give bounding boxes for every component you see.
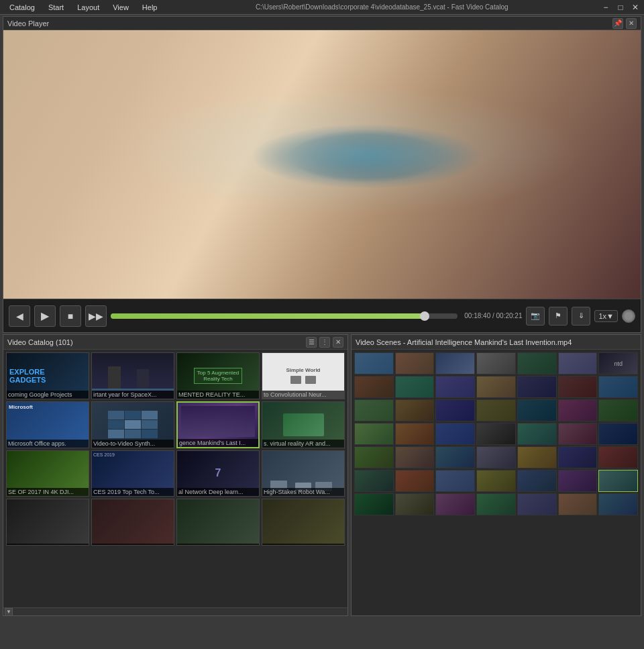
catalog-item[interactable]	[6, 499, 89, 546]
maximize-button[interactable]: □	[614, 1, 627, 13]
catalog-item-selected[interactable]: gence Mankind's Last I...	[176, 401, 260, 448]
scene-thumb[interactable]	[354, 399, 394, 421]
scene-thumb[interactable]	[476, 399, 516, 421]
volume-knob[interactable]	[622, 309, 635, 323]
bottom-panels: Video Catalog (101) ☰ ⋮ ✕ EXPLOREGADGETS…	[3, 334, 641, 616]
scene-thumb[interactable]	[395, 470, 435, 492]
catalog-item[interactable]: CES 2019 CES 2019 Top Tech To...	[91, 450, 174, 497]
scene-thumb[interactable]	[476, 423, 516, 445]
scene-thumb[interactable]	[435, 352, 475, 375]
scene-thumb[interactable]	[558, 423, 598, 445]
catalog-titlebar: Video Catalog (101) ☰ ⋮ ✕	[3, 335, 347, 350]
scene-thumb[interactable]	[395, 446, 435, 468]
menu-help[interactable]: Help	[136, 2, 164, 13]
scene-thumb[interactable]	[476, 352, 516, 375]
scene-thumb[interactable]: ntd	[598, 352, 638, 375]
catalog-item[interactable]: Video-to-Video Synth...	[91, 401, 174, 448]
catalog-item-label: gence Mankind's Last I...	[178, 439, 258, 447]
catalog-item[interactable]: EXPLOREGADGETS coming Google Projects	[6, 352, 89, 399]
cursor-button[interactable]: ⇓	[572, 307, 590, 326]
scenes-grid-container[interactable]: ntd	[352, 350, 641, 615]
scene-thumb[interactable]	[435, 376, 475, 398]
scene-thumb[interactable]	[395, 352, 435, 375]
scene-thumb[interactable]	[395, 376, 435, 398]
scene-thumb[interactable]	[517, 399, 557, 421]
catalog-scrollbar: ▼	[3, 607, 347, 615]
scene-thumb[interactable]	[558, 376, 598, 398]
scene-thumb[interactable]	[354, 352, 394, 375]
scene-thumb[interactable]	[354, 493, 394, 515]
scene-thumb[interactable]	[517, 493, 557, 515]
scene-thumb[interactable]	[435, 423, 475, 445]
seek-bar[interactable]	[111, 313, 458, 319]
catalog-item[interactable]: s. virtual reality AR and...	[262, 401, 345, 448]
catalog-item-label: High-Stakes Robot Wa...	[262, 488, 344, 496]
seek-bar-container	[111, 313, 458, 319]
scene-thumb[interactable]	[435, 399, 475, 421]
scene-thumb[interactable]	[558, 352, 598, 375]
scene-thumb[interactable]	[395, 493, 435, 515]
scene-thumb[interactable]	[435, 470, 475, 492]
scene-thumb[interactable]	[354, 470, 394, 492]
menu-layout[interactable]: Layout	[70, 2, 106, 13]
play-button[interactable]: ▶	[34, 305, 56, 327]
scroll-down-button[interactable]: ▼	[5, 608, 13, 616]
video-frame	[3, 30, 641, 299]
stop-button[interactable]: ■	[60, 305, 81, 327]
menu-catalog[interactable]: Catalog	[3, 2, 42, 13]
scene-thumb[interactable]	[558, 470, 598, 492]
forward-button[interactable]: ▶▶	[85, 305, 107, 327]
catalog-grid-container[interactable]: EXPLOREGADGETS coming Google Projects ir…	[3, 350, 347, 607]
scene-thumb[interactable]	[517, 423, 557, 445]
scene-thumb[interactable]	[517, 376, 557, 398]
minimize-button[interactable]: −	[600, 1, 612, 13]
scene-thumb[interactable]	[517, 446, 557, 468]
catalog-item[interactable]	[262, 499, 345, 546]
catalog-item[interactable]	[91, 499, 174, 546]
catalog-item[interactable]: High-Stakes Robot Wa...	[262, 450, 345, 497]
scene-thumb[interactable]	[476, 376, 516, 398]
scene-thumb[interactable]	[598, 493, 638, 515]
scene-thumb[interactable]	[476, 493, 516, 515]
player-pin-button[interactable]: 📌	[612, 18, 623, 29]
scene-thumb[interactable]	[395, 399, 435, 421]
scene-thumb[interactable]	[558, 399, 598, 421]
screenshot-button[interactable]: 📷	[526, 307, 545, 326]
video-player-title: Video Player	[7, 19, 49, 28]
scene-thumb[interactable]	[354, 376, 394, 398]
scene-thumb[interactable]	[354, 423, 394, 445]
scene-thumb[interactable]	[598, 470, 638, 492]
scene-thumb[interactable]	[476, 470, 516, 492]
scene-thumb[interactable]	[598, 446, 638, 468]
catalog-pin-button[interactable]: ⋮	[319, 337, 330, 348]
player-close-button[interactable]: ✕	[626, 18, 637, 29]
catalog-item[interactable]	[176, 499, 260, 546]
close-button[interactable]: ✕	[629, 1, 641, 13]
rewind-button[interactable]: ◀	[9, 305, 30, 327]
scene-thumb[interactable]	[354, 446, 394, 468]
scene-thumb[interactable]	[435, 446, 475, 468]
scene-thumb[interactable]	[558, 446, 598, 468]
bookmark-button[interactable]: ⚑	[549, 307, 568, 326]
scene-thumb[interactable]	[395, 423, 435, 445]
catalog-item[interactable]: Microsoft Microsoft Office apps.	[6, 401, 89, 448]
catalog-item[interactable]: SE OF 2017 IN 4K DJI...	[6, 450, 89, 497]
catalog-item[interactable]: Simple World to Convolutional Neur...	[262, 352, 345, 399]
catalog-item[interactable]: 7 al Network Deep learn...	[176, 450, 260, 497]
scene-thumb[interactable]	[517, 352, 557, 375]
scene-thumb[interactable]	[517, 470, 557, 492]
scene-thumb[interactable]	[598, 376, 638, 398]
menu-start[interactable]: Start	[42, 2, 70, 13]
catalog-close-button[interactable]: ✕	[333, 337, 343, 348]
scene-thumb[interactable]	[558, 493, 598, 515]
catalog-item[interactable]: Top 5 AugmentedReality Tech MENTED REALI…	[176, 352, 260, 399]
scene-thumb[interactable]	[598, 423, 638, 445]
speed-button[interactable]: 1x▼	[594, 310, 618, 322]
menu-view[interactable]: View	[106, 2, 136, 13]
scene-thumb[interactable]	[435, 493, 475, 515]
scene-thumb[interactable]	[598, 399, 638, 421]
catalog-menu-button[interactable]: ☰	[306, 337, 317, 348]
scene-thumb[interactable]	[476, 446, 516, 468]
seek-thumb[interactable]	[420, 311, 429, 321]
catalog-item[interactable]: irtant year for SpaceX...	[91, 352, 174, 399]
